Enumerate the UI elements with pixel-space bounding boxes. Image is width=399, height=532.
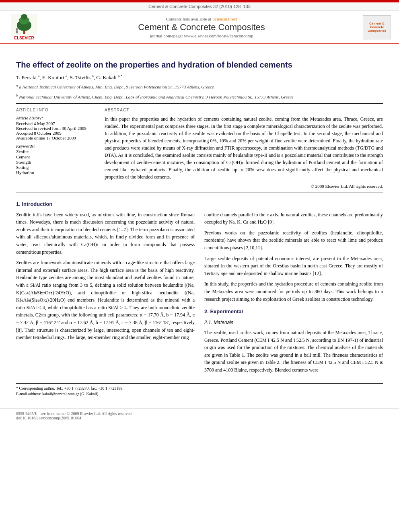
keywords-list: Zeolite Cement Strength Setting Hydratio… xyxy=(16,149,97,175)
keywords-label: Keywords: xyxy=(16,144,97,148)
intro-col2-p2: Previous works on the pozzolanic reactiv… xyxy=(204,229,383,252)
intro-col2-p4: In this study, the properties and the hy… xyxy=(204,280,383,303)
available-date: Available online 17 October 2009 xyxy=(16,136,97,140)
journal-logo-right: Cement & Concrete Composites xyxy=(363,15,391,39)
keywords-group: Keywords: Zeolite Cement Strength Settin… xyxy=(16,144,97,175)
svg-rect-6 xyxy=(16,31,18,33)
intro-col2-p1: confine channels parallel to the c axis.… xyxy=(204,211,383,226)
main-content: The effect of zeolite on the properties … xyxy=(0,44,399,405)
affiliation-b: b National Technical University of Athen… xyxy=(16,93,383,99)
intro-col1: Zeolitic tuffs have been widely used, as… xyxy=(16,211,195,377)
footnote-corresponding: * Corresponding author. Tel.: +30 1 7723… xyxy=(16,386,383,390)
journal-header: ELSEVIER Contents lists available at Sci… xyxy=(0,11,399,44)
keyword-zeolite: Zeolite xyxy=(16,149,97,154)
authors: T. Perraki a, E. Kontori a, S. Tsivilis … xyxy=(16,74,383,81)
materials-subheading: 2.1. Materials xyxy=(204,319,383,327)
sciencedirect-link[interactable]: ScienceDirect xyxy=(212,16,237,21)
affiliation-a: a a National Technical University of Ath… xyxy=(16,83,383,89)
introduction-section: 1. Introduction Zeolitic tuffs have been… xyxy=(16,201,383,377)
intro-two-col: Zeolitic tuffs have been widely used, as… xyxy=(16,211,383,377)
elsevier-name: ELSEVIER xyxy=(14,36,34,40)
accepted-date: Accepted 8 October 2009 xyxy=(16,131,97,136)
abstract-col: ABSTRACT In this paper the properties an… xyxy=(105,108,383,189)
divider-2 xyxy=(16,193,383,193)
experimental-p1: The zeolite, used in this work, comes fr… xyxy=(204,329,383,374)
intro-p1: Zeolitic tuffs have been widely used, as… xyxy=(16,211,195,256)
doi-line: doi:10.1016/j.cemconcomp.2009.10.004 xyxy=(16,416,383,420)
page: Cement & Concrete Composites 32 (2010) 1… xyxy=(0,0,399,532)
intro-p2: Zeolites are framework aluminosilicate m… xyxy=(16,259,195,341)
footnote-email: E-mail address: kakali@central.ntua.gr (… xyxy=(16,392,383,396)
journal-homepage: journal homepage: www.elsevier.com/locat… xyxy=(40,33,363,38)
article-info-abstract: ARTICLE INFO Article history: Received 4… xyxy=(16,108,383,189)
article-history: Article history: Received 4 May 2007 Rec… xyxy=(16,115,97,140)
elsevier-tree-icon xyxy=(11,14,37,35)
experimental-heading: 2. Experimental xyxy=(204,308,383,316)
journal-header-center: Contents lists available at ScienceDirec… xyxy=(40,16,363,38)
intro-col2-p3: Large zeolite deposits of potential econ… xyxy=(204,255,383,277)
elsevier-logo-left: ELSEVIER xyxy=(8,14,40,40)
journal-ref-bar: Cement & Concrete Composites 32 (2010) 1… xyxy=(0,2,399,11)
journal-logo-text: Cement & Concrete Composites xyxy=(368,22,386,33)
received-date: Received 4 May 2007 xyxy=(16,121,97,126)
intro-col2: confine channels parallel to the c axis.… xyxy=(204,211,383,377)
revised-date: Received in revised form 30 April 2009 xyxy=(16,126,97,131)
divider xyxy=(16,103,383,104)
article-info-col: ARTICLE INFO Article history: Received 4… xyxy=(16,108,97,189)
footnotes: * Corresponding author. Tel.: +30 1 7723… xyxy=(16,383,383,396)
article-info-label: ARTICLE INFO xyxy=(16,108,97,112)
svg-point-4 xyxy=(21,14,27,20)
journal-title-header: Cement & Concrete Composites xyxy=(40,22,363,33)
sciencedirect-label: Contents lists available at ScienceDirec… xyxy=(40,16,363,21)
keyword-strength: Strength xyxy=(16,160,97,164)
keyword-hydration: Hydration xyxy=(16,170,97,175)
history-label: Article history: xyxy=(16,115,97,120)
keyword-setting: Setting xyxy=(16,165,97,170)
article-title: The effect of zeolite on the properties … xyxy=(16,60,383,70)
abstract-text: In this paper the properties and the hyd… xyxy=(105,115,383,181)
intro-heading: 1. Introduction xyxy=(16,201,383,207)
abstract-label: ABSTRACT xyxy=(105,108,383,112)
keyword-cement: Cement xyxy=(16,154,97,159)
issn-line: 0958-9465/$ – see front matter © 2009 El… xyxy=(16,411,383,416)
svg-point-5 xyxy=(16,28,18,31)
copyright: © 2009 Elsevier Ltd. All rights reserved… xyxy=(105,184,383,189)
bottom-bar: 0958-9465/$ – see front matter © 2009 El… xyxy=(0,409,399,423)
